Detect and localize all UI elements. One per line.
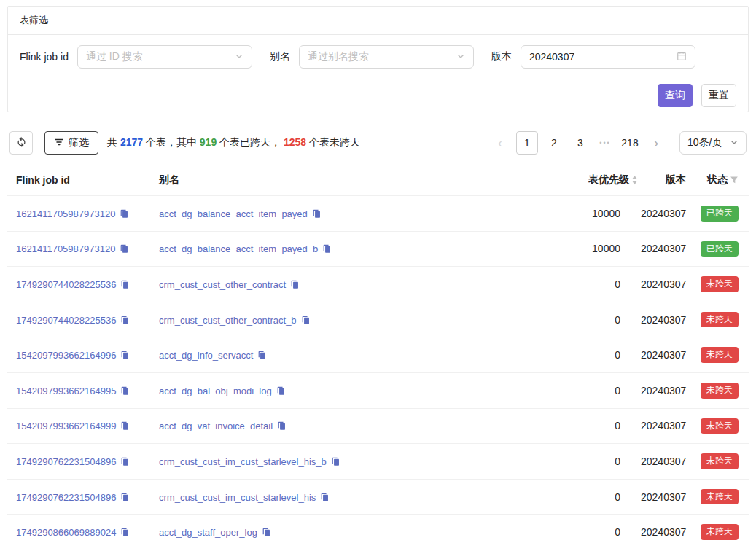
refresh-button[interactable] (9, 131, 33, 155)
page: 表筛选 Flink job id 通过 ID 搜索 别名 通过别名搜索 (0, 0, 756, 559)
flink-job-id-link[interactable]: 1749290744028225536 (16, 315, 116, 326)
reset-button[interactable]: 重置 (701, 84, 736, 107)
copy-icon[interactable] (120, 280, 130, 289)
alias-select[interactable]: 通过别名搜索 (299, 45, 474, 69)
page-size-select-top[interactable]: 10条/页 (679, 131, 747, 155)
alias-link[interactable]: acct_dg_vat_invoice_detail (159, 421, 273, 431)
table-row: 1749290762231504896 crm_cust_cust_im_cus… (7, 479, 749, 515)
status-cell: 未跨天 (692, 479, 749, 515)
page-ellipsis[interactable]: ••• (596, 131, 614, 155)
chevron-down-icon (730, 137, 739, 149)
summary-text: 共 2177 个表，其中 919 个表已跨天， 1258 个表未跨天 (107, 136, 360, 149)
status-cell: 未跨天 (692, 372, 749, 408)
version-cell: 20240307 (641, 372, 692, 408)
flink-job-id-cell: 1749290744028225536 (7, 267, 150, 302)
copy-icon[interactable] (120, 457, 130, 466)
table-row: 1621411705987973120 acct_dg_balance_acct… (7, 196, 749, 232)
copy-icon[interactable] (120, 421, 130, 431)
flink-job-id-select[interactable]: 通过 ID 搜索 (77, 45, 252, 69)
copy-icon[interactable] (322, 244, 332, 254)
alias-placeholder: 通过别名搜索 (308, 50, 369, 63)
table-row: 1749290866069889024 acct_dg_staff_oper_l… (7, 515, 749, 550)
header-priority: 表优先级 (524, 165, 641, 196)
alias-link[interactable]: crm_cust_cust_im_cust_starlevel_his_b (159, 456, 327, 467)
copy-icon[interactable] (277, 421, 287, 431)
filter-funnel-icon[interactable] (730, 176, 739, 184)
alias-link[interactable]: acct_dg_staff_oper_log (159, 527, 257, 538)
copy-icon[interactable] (120, 316, 130, 325)
flink-job-id-cell: 1542097993662164995 (7, 372, 150, 408)
status-badge: 未跨天 (701, 347, 739, 363)
status-cell: 已跨天 (692, 196, 749, 232)
copy-icon[interactable] (257, 351, 267, 360)
alias-link[interactable]: acct_dg_balance_acct_item_payed_b (159, 243, 318, 254)
header-flink-job-id: Flink job id (7, 165, 150, 196)
filter-lines-icon (54, 137, 64, 149)
filter-row: Flink job id 通过 ID 搜索 别名 通过别名搜索 (8, 35, 748, 79)
copy-icon[interactable] (120, 528, 130, 537)
status-cell: 未跨天 (692, 408, 749, 444)
flink-job-id-link[interactable]: 1749290866069889024 (16, 527, 116, 538)
copy-icon[interactable] (320, 493, 330, 502)
summary-suffix: 个表未跨天 (306, 136, 360, 148)
copy-icon[interactable] (301, 316, 311, 325)
flink-job-id-link[interactable]: 1749290744028225536 (16, 279, 116, 290)
table-row: 1749290762231504896 crm_cust_cust_im_cus… (7, 444, 749, 480)
header-alias: 别名 (150, 165, 524, 196)
copy-icon[interactable] (120, 493, 130, 502)
flink-job-id-link[interactable]: 1749290762231504896 (16, 492, 116, 503)
version-date-input[interactable]: 20240307 (521, 45, 695, 69)
page-button-2[interactable]: 2 (544, 131, 564, 155)
alias-link[interactable]: crm_cust_cust_other_contract (159, 279, 286, 290)
copy-icon[interactable] (276, 386, 286, 396)
status-cell: 未跨天 (692, 302, 749, 337)
next-page-button[interactable]: › (646, 131, 666, 155)
header-priority-label: 表优先级 (588, 173, 629, 187)
alias-link[interactable]: crm_cust_cust_im_cust_starlevel_his (159, 492, 316, 503)
sorter-icon[interactable] (631, 175, 638, 185)
status-cell: 未跨天 (692, 267, 749, 302)
page-size-value: 10条/页 (687, 136, 722, 149)
filter-toggle-button[interactable]: 筛选 (44, 131, 98, 155)
alias-link[interactable]: acct_dg_balance_acct_item_payed (159, 208, 308, 219)
flink-job-id-link[interactable]: 1621411705987973120 (16, 243, 115, 254)
version-cell: 20240307 (641, 302, 692, 337)
alias-link[interactable]: acct_dg_info_servacct (159, 350, 253, 361)
copy-icon[interactable] (120, 351, 130, 360)
copy-icon[interactable] (331, 457, 340, 466)
prev-page-button[interactable]: ‹ (490, 131, 510, 155)
pagination-top: ‹ 1 2 3 ••• 218 › (490, 131, 666, 155)
table-header-row: Flink job id 别名 表优先级 版本 状态 (7, 165, 749, 196)
status-cell: 未跨天 (692, 444, 749, 480)
priority-cell: 0 (524, 302, 641, 337)
flink-job-id-link[interactable]: 1542097993662164995 (16, 386, 116, 396)
priority-cell: 10000 (524, 231, 641, 267)
copy-icon[interactable] (290, 280, 300, 289)
page-button-3[interactable]: 3 (570, 131, 591, 155)
table-row: 1749290744028225536 crm_cust_cust_other_… (7, 267, 749, 302)
copy-icon[interactable] (312, 209, 322, 219)
flink-job-id-link[interactable]: 1749290762231504896 (16, 456, 116, 467)
flink-job-id-cell: 1542097993662164996 (7, 337, 150, 373)
page-button-1[interactable]: 1 (516, 131, 538, 155)
priority-cell: 0 (524, 372, 641, 408)
copy-icon[interactable] (262, 528, 271, 537)
flink-job-id-label: Flink job id (20, 51, 69, 63)
flink-job-id-link[interactable]: 1542097993662164999 (16, 421, 116, 431)
alias-cell: acct_dg_bal_obj_modi_log (150, 372, 524, 408)
version-filter: 版本 20240307 (491, 45, 695, 69)
alias-link[interactable]: acct_dg_bal_obj_modi_log (159, 386, 272, 396)
flink-job-id-link[interactable]: 1621411705987973120 (16, 208, 115, 219)
copy-icon[interactable] (120, 244, 129, 254)
query-button[interactable]: 查询 (658, 84, 693, 107)
summary-mid1: 个表，其中 (143, 136, 200, 148)
total-count: 2177 (120, 136, 143, 148)
priority-cell: 0 (524, 515, 641, 550)
version-cell: 20240307 (641, 444, 692, 480)
alias-link[interactable]: crm_cust_cust_other_contract_b (159, 315, 297, 326)
version-cell: 20240307 (641, 337, 692, 373)
page-button-last[interactable]: 218 (620, 131, 640, 155)
copy-icon[interactable] (120, 386, 130, 396)
flink-job-id-link[interactable]: 1542097993662164996 (16, 350, 116, 361)
copy-icon[interactable] (120, 209, 129, 219)
